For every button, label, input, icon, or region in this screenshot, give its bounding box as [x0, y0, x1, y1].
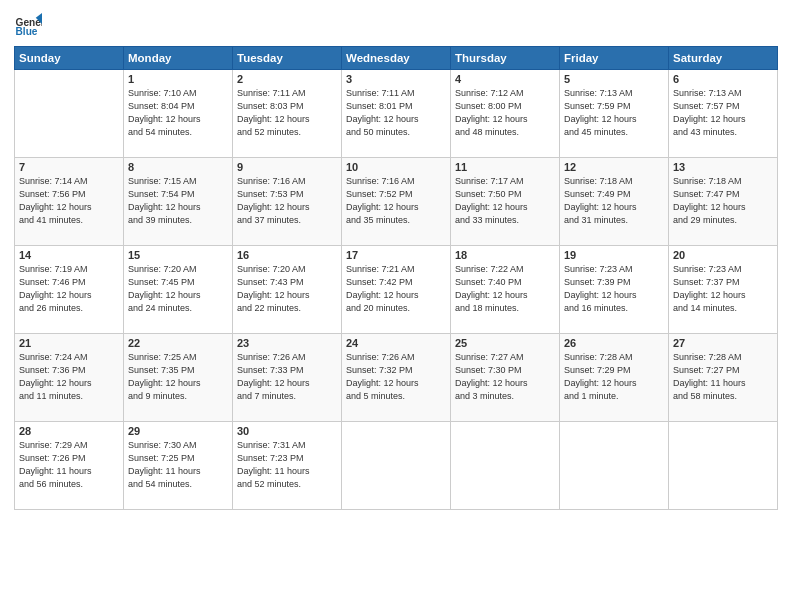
day-number: 20 [673, 249, 773, 261]
calendar-cell: 3Sunrise: 7:11 AM Sunset: 8:01 PM Daylig… [342, 70, 451, 158]
cell-info: Sunrise: 7:13 AM Sunset: 7:57 PM Dayligh… [673, 87, 773, 139]
calendar-cell: 14Sunrise: 7:19 AM Sunset: 7:46 PM Dayli… [15, 246, 124, 334]
calendar-cell: 26Sunrise: 7:28 AM Sunset: 7:29 PM Dayli… [560, 334, 669, 422]
weekday-header-tuesday: Tuesday [233, 47, 342, 70]
header: General Blue [14, 10, 778, 38]
calendar-cell: 23Sunrise: 7:26 AM Sunset: 7:33 PM Dayli… [233, 334, 342, 422]
day-number: 21 [19, 337, 119, 349]
day-number: 3 [346, 73, 446, 85]
day-number: 4 [455, 73, 555, 85]
day-number: 14 [19, 249, 119, 261]
weekday-header-row: SundayMondayTuesdayWednesdayThursdayFrid… [15, 47, 778, 70]
calendar-cell [15, 70, 124, 158]
day-number: 23 [237, 337, 337, 349]
week-row-3: 14Sunrise: 7:19 AM Sunset: 7:46 PM Dayli… [15, 246, 778, 334]
day-number: 2 [237, 73, 337, 85]
cell-info: Sunrise: 7:20 AM Sunset: 7:45 PM Dayligh… [128, 263, 228, 315]
cell-info: Sunrise: 7:27 AM Sunset: 7:30 PM Dayligh… [455, 351, 555, 403]
calendar-cell: 27Sunrise: 7:28 AM Sunset: 7:27 PM Dayli… [669, 334, 778, 422]
day-number: 6 [673, 73, 773, 85]
calendar-cell: 6Sunrise: 7:13 AM Sunset: 7:57 PM Daylig… [669, 70, 778, 158]
calendar-cell: 12Sunrise: 7:18 AM Sunset: 7:49 PM Dayli… [560, 158, 669, 246]
day-number: 24 [346, 337, 446, 349]
calendar-cell [451, 422, 560, 510]
week-row-5: 28Sunrise: 7:29 AM Sunset: 7:26 PM Dayli… [15, 422, 778, 510]
day-number: 12 [564, 161, 664, 173]
cell-info: Sunrise: 7:23 AM Sunset: 7:37 PM Dayligh… [673, 263, 773, 315]
day-number: 8 [128, 161, 228, 173]
cell-info: Sunrise: 7:12 AM Sunset: 8:00 PM Dayligh… [455, 87, 555, 139]
cell-info: Sunrise: 7:28 AM Sunset: 7:27 PM Dayligh… [673, 351, 773, 403]
day-number: 19 [564, 249, 664, 261]
calendar-cell: 25Sunrise: 7:27 AM Sunset: 7:30 PM Dayli… [451, 334, 560, 422]
cell-info: Sunrise: 7:22 AM Sunset: 7:40 PM Dayligh… [455, 263, 555, 315]
day-number: 22 [128, 337, 228, 349]
calendar-cell: 13Sunrise: 7:18 AM Sunset: 7:47 PM Dayli… [669, 158, 778, 246]
day-number: 29 [128, 425, 228, 437]
week-row-2: 7Sunrise: 7:14 AM Sunset: 7:56 PM Daylig… [15, 158, 778, 246]
calendar-cell [669, 422, 778, 510]
weekday-header-monday: Monday [124, 47, 233, 70]
calendar-cell: 11Sunrise: 7:17 AM Sunset: 7:50 PM Dayli… [451, 158, 560, 246]
calendar-cell: 7Sunrise: 7:14 AM Sunset: 7:56 PM Daylig… [15, 158, 124, 246]
cell-info: Sunrise: 7:18 AM Sunset: 7:47 PM Dayligh… [673, 175, 773, 227]
calendar-cell: 9Sunrise: 7:16 AM Sunset: 7:53 PM Daylig… [233, 158, 342, 246]
day-number: 9 [237, 161, 337, 173]
cell-info: Sunrise: 7:18 AM Sunset: 7:49 PM Dayligh… [564, 175, 664, 227]
page: General Blue SundayMondayTuesdayWednesda… [0, 0, 792, 612]
weekday-header-thursday: Thursday [451, 47, 560, 70]
cell-info: Sunrise: 7:13 AM Sunset: 7:59 PM Dayligh… [564, 87, 664, 139]
cell-info: Sunrise: 7:26 AM Sunset: 7:33 PM Dayligh… [237, 351, 337, 403]
day-number: 25 [455, 337, 555, 349]
cell-info: Sunrise: 7:15 AM Sunset: 7:54 PM Dayligh… [128, 175, 228, 227]
cell-info: Sunrise: 7:16 AM Sunset: 7:52 PM Dayligh… [346, 175, 446, 227]
svg-text:Blue: Blue [16, 26, 38, 37]
calendar-table: SundayMondayTuesdayWednesdayThursdayFrid… [14, 46, 778, 510]
cell-info: Sunrise: 7:11 AM Sunset: 8:03 PM Dayligh… [237, 87, 337, 139]
cell-info: Sunrise: 7:10 AM Sunset: 8:04 PM Dayligh… [128, 87, 228, 139]
day-number: 11 [455, 161, 555, 173]
calendar-cell: 2Sunrise: 7:11 AM Sunset: 8:03 PM Daylig… [233, 70, 342, 158]
calendar-cell: 21Sunrise: 7:24 AM Sunset: 7:36 PM Dayli… [15, 334, 124, 422]
day-number: 13 [673, 161, 773, 173]
calendar-cell: 29Sunrise: 7:30 AM Sunset: 7:25 PM Dayli… [124, 422, 233, 510]
calendar-cell: 17Sunrise: 7:21 AM Sunset: 7:42 PM Dayli… [342, 246, 451, 334]
cell-info: Sunrise: 7:17 AM Sunset: 7:50 PM Dayligh… [455, 175, 555, 227]
logo: General Blue [14, 10, 42, 38]
calendar-cell: 19Sunrise: 7:23 AM Sunset: 7:39 PM Dayli… [560, 246, 669, 334]
week-row-1: 1Sunrise: 7:10 AM Sunset: 8:04 PM Daylig… [15, 70, 778, 158]
calendar-cell: 5Sunrise: 7:13 AM Sunset: 7:59 PM Daylig… [560, 70, 669, 158]
calendar-cell: 8Sunrise: 7:15 AM Sunset: 7:54 PM Daylig… [124, 158, 233, 246]
cell-info: Sunrise: 7:28 AM Sunset: 7:29 PM Dayligh… [564, 351, 664, 403]
cell-info: Sunrise: 7:30 AM Sunset: 7:25 PM Dayligh… [128, 439, 228, 491]
day-number: 1 [128, 73, 228, 85]
day-number: 30 [237, 425, 337, 437]
day-number: 26 [564, 337, 664, 349]
cell-info: Sunrise: 7:24 AM Sunset: 7:36 PM Dayligh… [19, 351, 119, 403]
day-number: 28 [19, 425, 119, 437]
cell-info: Sunrise: 7:21 AM Sunset: 7:42 PM Dayligh… [346, 263, 446, 315]
calendar-cell: 20Sunrise: 7:23 AM Sunset: 7:37 PM Dayli… [669, 246, 778, 334]
cell-info: Sunrise: 7:29 AM Sunset: 7:26 PM Dayligh… [19, 439, 119, 491]
cell-info: Sunrise: 7:20 AM Sunset: 7:43 PM Dayligh… [237, 263, 337, 315]
cell-info: Sunrise: 7:11 AM Sunset: 8:01 PM Dayligh… [346, 87, 446, 139]
cell-info: Sunrise: 7:19 AM Sunset: 7:46 PM Dayligh… [19, 263, 119, 315]
day-number: 27 [673, 337, 773, 349]
cell-info: Sunrise: 7:14 AM Sunset: 7:56 PM Dayligh… [19, 175, 119, 227]
logo-icon: General Blue [14, 10, 42, 38]
calendar-cell: 24Sunrise: 7:26 AM Sunset: 7:32 PM Dayli… [342, 334, 451, 422]
weekday-header-saturday: Saturday [669, 47, 778, 70]
day-number: 10 [346, 161, 446, 173]
weekday-header-friday: Friday [560, 47, 669, 70]
day-number: 17 [346, 249, 446, 261]
day-number: 7 [19, 161, 119, 173]
calendar-cell: 10Sunrise: 7:16 AM Sunset: 7:52 PM Dayli… [342, 158, 451, 246]
calendar-cell: 22Sunrise: 7:25 AM Sunset: 7:35 PM Dayli… [124, 334, 233, 422]
cell-info: Sunrise: 7:31 AM Sunset: 7:23 PM Dayligh… [237, 439, 337, 491]
calendar-cell: 1Sunrise: 7:10 AM Sunset: 8:04 PM Daylig… [124, 70, 233, 158]
day-number: 16 [237, 249, 337, 261]
day-number: 15 [128, 249, 228, 261]
cell-info: Sunrise: 7:25 AM Sunset: 7:35 PM Dayligh… [128, 351, 228, 403]
cell-info: Sunrise: 7:23 AM Sunset: 7:39 PM Dayligh… [564, 263, 664, 315]
calendar-cell: 18Sunrise: 7:22 AM Sunset: 7:40 PM Dayli… [451, 246, 560, 334]
